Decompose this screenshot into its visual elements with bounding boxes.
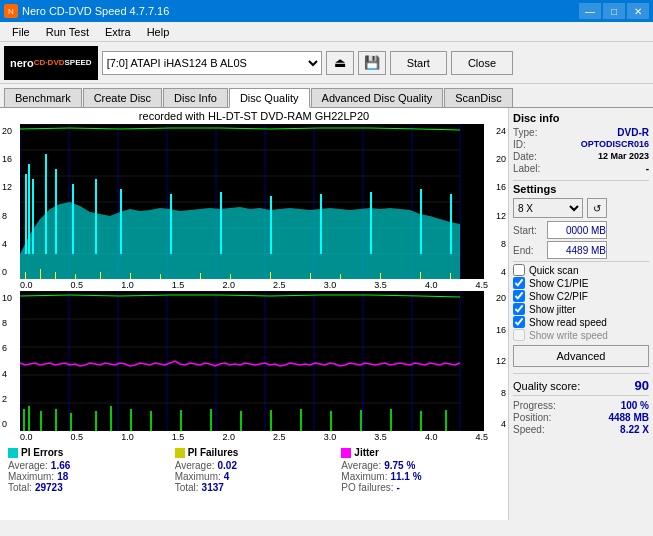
minimize-button[interactable]: — (579, 3, 601, 19)
c2-pif-checkbox[interactable] (513, 290, 525, 302)
disc-type-row: Type: DVD-R (513, 127, 649, 138)
menu-run-test[interactable]: Run Test (38, 24, 97, 40)
svg-rect-44 (340, 274, 341, 279)
svg-rect-35 (55, 272, 56, 279)
bot-y-left-3: 4 (2, 369, 20, 379)
bot-y-left-1: 8 (2, 318, 20, 328)
menu-file[interactable]: File (4, 24, 38, 40)
bot-y-right-0: 20 (484, 293, 506, 303)
po-failures-label: PO failures: (341, 482, 393, 493)
write-speed-row: Show write speed (513, 329, 649, 341)
top-y-left-2: 12 (2, 182, 20, 192)
svg-marker-17 (20, 202, 460, 279)
svg-rect-25 (120, 189, 122, 254)
pi-failures-avg-label: Average: (175, 460, 215, 471)
svg-rect-68 (70, 413, 72, 431)
pi-failures-max-label: Maximum: (175, 471, 221, 482)
pi-failures-total-label: Total: (175, 482, 199, 493)
titlebar-buttons: — □ ✕ (579, 3, 649, 19)
start-row: Start: (513, 221, 649, 239)
legend-area: PI Errors Average: 1.66 Maximum: 18 Tota… (0, 443, 508, 497)
svg-rect-26 (170, 194, 172, 254)
quick-scan-checkbox[interactable] (513, 264, 525, 276)
disc-label-value: - (646, 163, 649, 174)
speed-row: 8 X ↺ (513, 198, 649, 218)
bot-y-right-1: 16 (484, 325, 506, 335)
svg-rect-67 (55, 409, 57, 431)
jitter-checkbox[interactable] (513, 303, 525, 315)
read-speed-checkbox[interactable] (513, 316, 525, 328)
start-input[interactable] (547, 221, 607, 239)
titlebar-title: Nero CD-DVD Speed 4.7.7.16 (22, 5, 169, 17)
c2-pif-label: Show C2/PIF (529, 291, 588, 302)
svg-rect-23 (72, 184, 74, 254)
end-input[interactable] (547, 241, 607, 259)
speed-select[interactable]: 8 X (513, 198, 583, 218)
read-speed-row: Show read speed (513, 316, 649, 328)
svg-rect-65 (28, 406, 30, 431)
pi-failures-label: PI Failures (188, 447, 239, 458)
top-y-right-5: 4 (484, 267, 506, 277)
pi-errors-max-row: Maximum: 18 (8, 471, 167, 482)
settings-section: Settings 8 X ↺ Start: End: Quick sca (513, 183, 649, 367)
tab-advanced-disc-quality[interactable]: Advanced Disc Quality (311, 88, 444, 107)
end-label: End: (513, 245, 543, 256)
chart-subtitle: recorded with HL-DT-ST DVD-RAM GH22LP20 (0, 108, 508, 124)
start-button[interactable]: Start (390, 51, 447, 75)
position-row: Position: 4488 MB (513, 412, 649, 423)
c1-pie-checkbox[interactable] (513, 277, 525, 289)
maximize-button[interactable]: □ (603, 3, 625, 19)
disc-type-value: DVD-R (617, 127, 649, 138)
svg-rect-43 (310, 273, 311, 279)
pi-failures-avg-value: 0.02 (218, 460, 237, 471)
advanced-button[interactable]: Advanced (513, 345, 649, 367)
pi-failures-max-row: Maximum: 4 (175, 471, 334, 482)
pi-errors-total-value: 29723 (35, 482, 63, 493)
refresh-button[interactable]: ↺ (587, 198, 607, 218)
svg-rect-82 (445, 410, 447, 431)
top-y-right-1: 20 (484, 154, 506, 164)
top-y-right-3: 12 (484, 211, 506, 221)
end-row: End: (513, 241, 649, 259)
c1-pie-row: Show C1/PIE (513, 277, 649, 289)
tab-disc-info[interactable]: Disc Info (163, 88, 228, 107)
tab-scan-disc[interactable]: ScanDisc (444, 88, 512, 107)
tab-disc-quality[interactable]: Disc Quality (229, 88, 310, 108)
bot-y-right-3: 8 (484, 388, 506, 398)
quality-row: Quality score: 90 (513, 378, 649, 393)
save-button[interactable]: 💾 (358, 51, 386, 75)
tab-create-disc[interactable]: Create Disc (83, 88, 162, 107)
quality-label: Quality score: (513, 380, 580, 392)
bot-y-right-4: 4 (484, 419, 506, 429)
pi-failures-color (175, 448, 185, 458)
tab-benchmark[interactable]: Benchmark (4, 88, 82, 107)
bot-y-left-4: 2 (2, 394, 20, 404)
svg-rect-19 (28, 164, 30, 254)
svg-rect-78 (330, 411, 332, 431)
jitter-color (341, 448, 351, 458)
svg-rect-38 (130, 273, 131, 279)
close-window-button[interactable]: ✕ (627, 3, 649, 19)
menubar: File Run Test Extra Help (0, 22, 653, 42)
menu-extra[interactable]: Extra (97, 24, 139, 40)
svg-rect-20 (32, 179, 34, 254)
disc-label-row: Label: - (513, 163, 649, 174)
tabs: Benchmark Create Disc Disc Info Disc Qua… (0, 84, 653, 108)
svg-rect-42 (270, 272, 271, 279)
svg-rect-32 (450, 194, 452, 254)
menu-help[interactable]: Help (139, 24, 178, 40)
eject-button[interactable]: ⏏ (326, 51, 354, 75)
top-y-left-1: 16 (2, 154, 20, 164)
drive-select[interactable]: [7:0] ATAPI iHAS124 B AL0S (102, 51, 322, 75)
svg-rect-27 (220, 192, 222, 254)
position-value: 4488 MB (608, 412, 649, 423)
bot-y-left-0: 10 (2, 293, 20, 303)
jitter-max-row: Maximum: 11.1 % (341, 471, 500, 482)
toolbar-close-button[interactable]: Close (451, 51, 513, 75)
write-speed-checkbox[interactable] (513, 329, 525, 341)
progress-value: 100 % (621, 400, 649, 411)
quick-scan-row: Quick scan (513, 264, 649, 276)
c1-pie-label: Show C1/PIE (529, 278, 588, 289)
top-y-left-0: 20 (2, 126, 20, 136)
jitter-setting-label: Show jitter (529, 304, 576, 315)
